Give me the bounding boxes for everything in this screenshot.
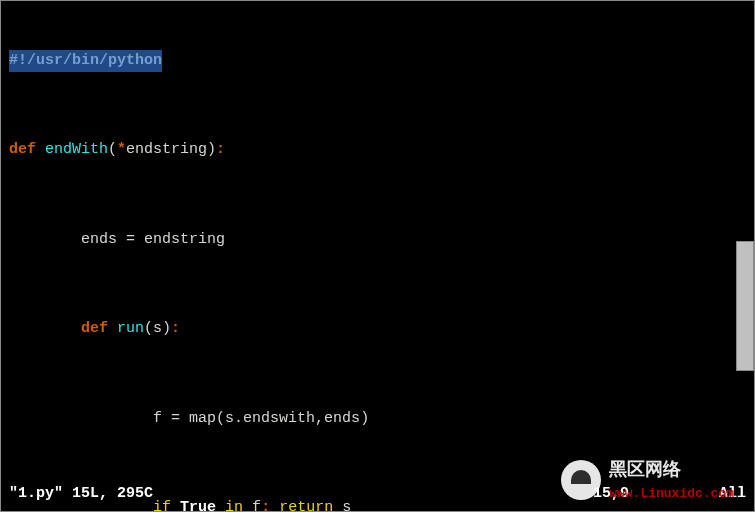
scrollbar[interactable] (736, 241, 754, 371)
code-line: def endWith(*endstring): (9, 140, 746, 162)
watermark-url: www.Linuxidc.com (609, 484, 734, 504)
status-file-info: "1.py" 15L, 295C (9, 483, 153, 506)
func-name: run (108, 318, 144, 341)
shebang: #!/usr/bin/python (9, 50, 162, 73)
vim-editor[interactable]: #!/usr/bin/python def endWith(*endstring… (1, 1, 754, 511)
penguin-icon (561, 460, 601, 500)
watermark: 黑区网络 www.Linuxidc.com (561, 457, 734, 504)
func-name: endWith (36, 139, 108, 162)
code-line: ends = endstring (9, 229, 746, 251)
keyword-def: def (9, 139, 36, 162)
watermark-title: 黑区网络 (609, 457, 734, 484)
code-line: f = map(s.endswith,ends) (9, 408, 746, 430)
code-line: def run(s): (9, 319, 746, 341)
code-line: #!/usr/bin/python (9, 50, 746, 72)
keyword-def: def (81, 318, 108, 341)
